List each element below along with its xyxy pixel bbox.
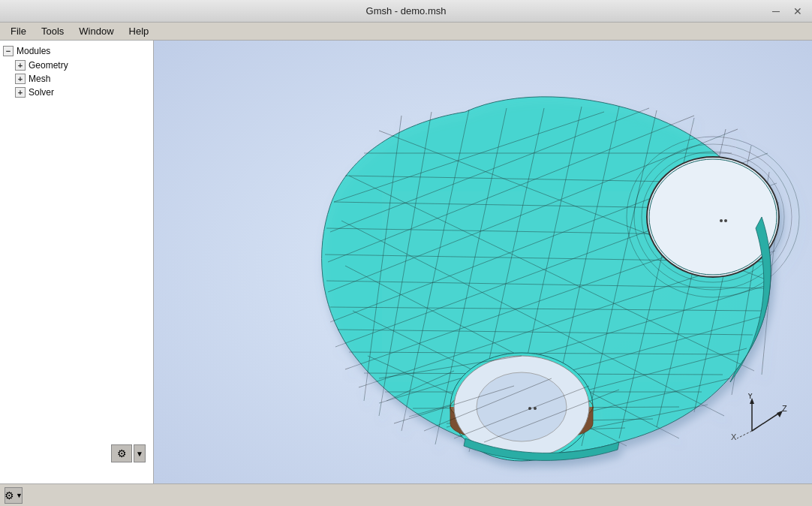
menu-window[interactable]: Window (71, 24, 121, 38)
settings-gear-button[interactable]: ⚙ ▼ (5, 487, 23, 504)
svg-text:X: X (731, 432, 737, 441)
modules-label: Modules (17, 46, 50, 56)
mesh-expand-icon[interactable]: + (15, 74, 26, 84)
svg-line-69 (737, 431, 752, 438)
sidebar: − Modules + Geometry + Mesh + Solver ⚙ ▼ (0, 41, 154, 483)
settings-button[interactable]: ⚙ (111, 444, 132, 462)
bottom-toolbar: ⚙ ▼ (0, 483, 812, 506)
mesh-label: Mesh (29, 74, 50, 84)
main-area: − Modules + Geometry + Mesh + Solver ⚙ ▼ (0, 41, 812, 483)
settings-dropdown-button[interactable]: ▼ (134, 444, 146, 462)
minimize-button[interactable]: ─ (768, 4, 783, 19)
svg-point-53 (720, 219, 723, 222)
menu-bar: File Tools Window Help (0, 23, 812, 41)
axis-svg: Y Z X (729, 393, 789, 446)
geometry-label: Geometry (29, 60, 68, 71)
axis-indicator: Y Z X (729, 393, 789, 446)
solver-expand-icon[interactable]: + (15, 87, 26, 98)
sidebar-item-solver[interactable]: + Solver (0, 86, 153, 99)
svg-point-56 (477, 372, 567, 441)
window-title: Gmsh - demo.msh (366, 5, 447, 17)
menu-file[interactable]: File (3, 24, 34, 38)
sidebar-item-mesh[interactable]: + Mesh (0, 72, 153, 86)
window-controls: ─ ✕ (768, 4, 806, 19)
svg-point-52 (724, 219, 727, 222)
mesh-svg (154, 41, 812, 483)
viewport[interactable]: Y Z X (154, 41, 812, 483)
dropdown-arrow-icon: ▼ (16, 492, 23, 499)
menu-tools[interactable]: Tools (34, 24, 71, 38)
menu-help[interactable]: Help (122, 24, 157, 38)
solver-label: Solver (29, 87, 54, 98)
svg-text:Y: Y (747, 393, 753, 400)
gear-icon: ⚙ (5, 489, 14, 501)
svg-point-47 (647, 157, 779, 277)
svg-line-67 (752, 412, 780, 431)
sidebar-settings-area: ⚙ ▼ (111, 444, 146, 462)
title-bar: Gmsh - demo.msh ─ ✕ (0, 0, 812, 23)
svg-text:Z: Z (782, 404, 787, 413)
modules-expand-icon[interactable]: − (3, 46, 14, 56)
tree-root-modules: − Modules (0, 44, 153, 59)
close-button[interactable]: ✕ (789, 4, 806, 19)
sidebar-item-geometry[interactable]: + Geometry (0, 59, 153, 72)
geometry-expand-icon[interactable]: + (15, 60, 26, 71)
